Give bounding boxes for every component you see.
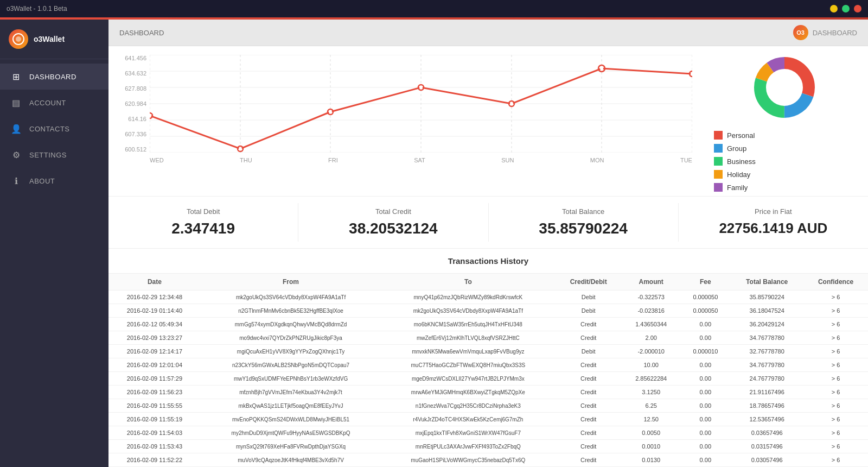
cell-amount: 0.0130 [622,453,681,467]
cell-fee: 0.00 [681,426,731,440]
minimize-button[interactable] [830,5,838,12]
cell-amount: -0.023816 [622,304,681,318]
stat-total-debit: Total Debit 2.347419 [108,203,298,242]
x-label: SUN [501,157,514,163]
legend-item-holiday: Holiday [714,170,855,179]
svg-rect-36 [714,131,723,140]
y-label: 600.512 [117,146,146,153]
cell-confidence: > 6 [803,304,868,318]
table-row: 2016-02-09 11:57:29 mwY1d9qSxUDMFYeEPNhB… [108,372,868,386]
svg-rect-39 [714,170,723,179]
col-to: To [381,274,555,291]
main-scroll-area[interactable]: 641.456 634.632 627.808 620.984 614.16 6… [108,46,868,467]
titlebar: o3Wallet - 1.0.1 Beta [0,0,868,17]
cell-confidence: > 6 [803,453,868,467]
stat-fiat-value: 22756.1419 AUD [683,220,864,237]
x-label: SAT [414,157,425,163]
sidebar-item-contacts[interactable]: 👤 CONTACTS [0,116,108,142]
svg-point-27 [600,67,603,70]
cell-fee: 0.000050 [681,291,731,304]
cell-from: mkBxQwAS1jz1LETjkf5oagQmE8fEEyJYvJ [201,399,381,413]
cell-type: Credit [555,426,621,440]
cell-amount: 2.85622284 [622,372,681,386]
app-body: o3Wallet ⊞ DASHBOARD ▤ ACCOUNT 👤 CONTACT… [0,20,868,467]
cell-from: n23CkY56mGWxALB2SNbPgoN5mDQTCopau7 [201,358,381,372]
cell-amount: 0.0010 [622,440,681,453]
chart-and-legend: 641.456 634.632 627.808 620.984 614.16 6… [117,55,855,192]
cell-fee: 0.00 [681,386,731,399]
cell-amount: 10.00 [622,358,681,372]
cell-date: 2016-02-19 01:14:40 [108,304,201,318]
maximize-button[interactable] [842,5,850,12]
sidebar-item-label: ABOUT [29,177,55,185]
cell-from: my2hmDuD9XjmtQWFu9HyyNAsE5WGSDBKpQ [201,426,381,440]
sidebar: o3Wallet ⊞ DASHBOARD ▤ ACCOUNT 👤 CONTACT… [0,20,108,467]
cell-confidence: > 6 [803,291,868,304]
cell-amount: 0.0050 [622,426,681,440]
cell-from: mo9dwc4vxi7QYDrZkPNZRUgJikic8pF3ya [201,331,381,345]
col-date: Date [108,274,201,291]
cell-date: 2016-02-09 12:14:17 [108,345,201,358]
legend-label: Personal [727,131,755,140]
legend-label: Holiday [727,171,750,179]
cell-confidence: > 6 [803,358,868,372]
svg-rect-40 [714,183,723,192]
sidebar-item-dashboard[interactable]: ⊞ DASHBOARD [0,64,108,90]
cell-to: mo6bKNCM1SaW35rrEh5utqJH4TxHFtU348 [381,318,555,331]
legend-label: Group [727,144,746,153]
cell-date: 2016-02-09 11:56:23 [108,386,201,399]
cell-fee: 0.00 [681,372,731,386]
cell-type: Credit [555,413,621,426]
cell-date: 2016-02-09 12:01:04 [108,358,201,372]
legend-item-family: Family [714,183,855,192]
cell-fee: 0.00 [681,413,731,426]
sidebar-item-settings[interactable]: ⚙ SETTINGS [0,142,108,168]
stat-price-fiat: Price in Fiat 22756.1419 AUD [679,203,868,242]
cell-confidence: > 6 [803,399,868,413]
sidebar-item-about[interactable]: ℹ ABOUT [0,168,108,194]
transactions-title: Transactions History [108,249,868,274]
legend-item-group: Group [714,144,855,153]
cell-balance: 32.76778780 [730,345,803,358]
sidebar-item-label: SETTINGS [29,151,67,159]
header-logo-icon: O3 [793,25,808,40]
sidebar-item-label: DASHBOARD [29,73,76,81]
cell-from: mwY1d9qSxUDMFYeEPNhBsY1rb3eWXzfdVG [201,372,381,386]
y-label: 620.984 [117,100,146,107]
main-content-area: DASHBOARD O3 DASHBOARD 641.456 634.632 6… [108,20,868,467]
svg-point-25 [510,102,513,105]
cell-confidence: > 6 [803,372,868,386]
sidebar-item-account[interactable]: ▤ ACCOUNT [0,90,108,116]
stat-balance-label: Total Balance [493,207,674,216]
table-row: 2016-02-12 05:49:34 mrnGg574xymDXgdkqnQh… [108,318,868,331]
x-label: FRI [328,157,338,163]
chart-legend: Personal Group Business [703,55,855,192]
y-label: 607.336 [117,131,146,137]
svg-point-29 [691,72,692,75]
stat-credit-value: 38.20532124 [303,220,483,237]
cell-balance: 12.53657496 [730,413,803,426]
window-controls [830,5,861,12]
cell-fee: 0.000010 [681,345,731,358]
cell-to: mrwA6eYMJiGMHmqK6BXwyiZTgkqM5ZQpXe [381,386,555,399]
cell-confidence: > 6 [803,440,868,453]
stat-total-credit: Total Credit 38.20532124 [298,203,488,242]
cell-to: muGaoH1SPiLVoWWGmycC35nebazDq5Tx6Q [381,453,555,467]
close-button[interactable] [854,5,861,12]
cell-from: mfznhBjh7gVVmJEfm74eKbua3Y4v2mjk7t [201,386,381,399]
cell-type: Credit [555,440,621,453]
settings-icon: ⚙ [11,149,22,160]
chart-container: 641.456 634.632 627.808 620.984 614.16 6… [117,55,692,163]
cell-balance: 0.03057496 [730,453,803,467]
transactions-section: Transactions History Date From To Credit… [108,249,868,467]
cell-confidence: > 6 [803,318,868,331]
contacts-icon: 👤 [11,123,22,134]
svg-rect-37 [714,144,723,153]
header-logo-text: DASHBOARD [813,29,857,37]
table-row: 2016-02-09 11:56:23 mfznhBjh7gVVmJEfm74e… [108,386,868,399]
svg-point-21 [329,110,332,113]
legend-label: Business [727,157,756,166]
cell-balance: 34.76778780 [730,331,803,345]
table-row: 2016-02-09 11:52:22 muVoV9cQAqzoeJtK4fHk… [108,453,868,467]
cell-fee: 0.00 [681,453,731,467]
